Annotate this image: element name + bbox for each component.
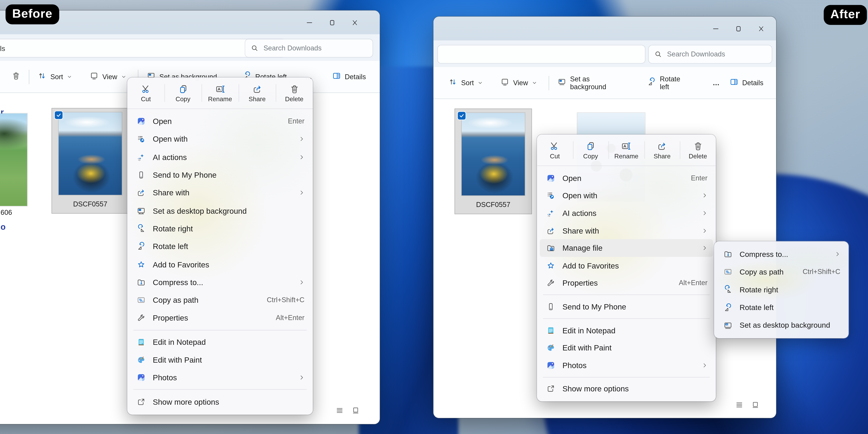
search-icon	[251, 44, 258, 52]
command-share-button[interactable]: Share	[239, 78, 276, 108]
thumbnail-view-icon[interactable]	[351, 406, 360, 417]
list-view-icon[interactable]	[735, 401, 743, 411]
menu-item-photos[interactable]: Photos	[540, 356, 713, 374]
menu-item-set-as-desktop-background[interactable]: Set as desktop background	[130, 202, 310, 220]
menu-item-photos[interactable]: Photos	[130, 369, 310, 387]
view-button[interactable]: View	[85, 61, 131, 92]
menu-item-copy-as-path[interactable]: Copy as pathCtrl+Shift+C	[130, 291, 310, 309]
photos-icon	[546, 174, 555, 183]
photos-icon	[546, 361, 555, 370]
address-row: ls Search Downloads	[0, 34, 380, 61]
view-button[interactable]: View	[495, 67, 542, 98]
chevron-right-icon	[299, 190, 304, 195]
menu-item-edit-in-notepad[interactable]: Edit in Notepad	[130, 333, 310, 351]
menu-item-add-to-favorites[interactable]: Add to Favorites	[130, 255, 310, 273]
command-bar: CutCopyRenameShareDelete	[537, 134, 716, 166]
screenshot-stage: Before After ls Search Downloads S	[0, 0, 868, 434]
showmore-icon	[546, 384, 555, 393]
command-share-button[interactable]: Share	[644, 134, 680, 165]
command-label: Rename	[614, 153, 639, 159]
menu-item-edit-with-paint[interactable]: Edit with Paint	[130, 351, 310, 369]
menu-item-copy-as-path[interactable]: Copy as pathCtrl+Shift+C	[717, 263, 846, 281]
rotate-left-icon	[647, 78, 656, 88]
menu-item-open[interactable]: OpenEnter	[130, 112, 310, 130]
set-as-background-button[interactable]: Set as background	[552, 67, 632, 98]
trash-icon	[289, 84, 299, 94]
menu-item-compress-to[interactable]: Compress to...	[717, 245, 846, 263]
menu-item-set-as-desktop-background[interactable]: Set as desktop background	[717, 317, 846, 334]
menu-item-edit-with-paint[interactable]: Edit with Paint	[540, 339, 713, 356]
command-copy-button[interactable]: Copy	[573, 134, 609, 165]
paint-icon	[546, 343, 555, 352]
menu-item-rotate-right[interactable]: Rotate right	[717, 281, 846, 299]
cut-icon	[141, 84, 151, 94]
menu-item-send-to-my-phone[interactable]: Send to My Phone	[540, 298, 713, 315]
menu-item-label: AI actions	[562, 209, 695, 218]
properties-icon	[137, 313, 146, 322]
search-box[interactable]: Search Downloads	[245, 39, 372, 57]
menu-item-open-with[interactable]: Open with	[130, 130, 310, 148]
search-box[interactable]: Search Downloads	[649, 45, 772, 63]
selection-checkbox[interactable]	[55, 111, 63, 119]
address-bar[interactable]	[438, 45, 645, 63]
openwith-icon	[546, 191, 555, 200]
address-row: Search Downloads	[433, 40, 776, 67]
menu-item-label: Send to My Phone	[153, 170, 304, 180]
menu-item-open[interactable]: OpenEnter	[540, 169, 713, 187]
menu-item-label: Send to My Phone	[562, 302, 707, 311]
rotate-left-button[interactable]: Rotate left	[642, 67, 696, 98]
details-label: Details	[345, 73, 366, 81]
command-cut-button[interactable]: Cut	[537, 134, 573, 165]
details-label: Details	[742, 79, 763, 87]
menu-item-manage-file[interactable]: Manage file	[540, 239, 713, 257]
menu-item-rotate-left[interactable]: Rotate left	[130, 238, 310, 255]
command-delete-button[interactable]: Delete	[276, 78, 313, 108]
sort-button[interactable]: Sort	[443, 67, 488, 98]
menu-item-list: OpenEnterOpen withAI actionsShare withMa…	[537, 166, 716, 401]
file-tile-golf[interactable]: 606	[0, 109, 28, 220]
file-tile-dscf0557[interactable]: DSCF0557	[455, 109, 532, 214]
menu-item-properties[interactable]: PropertiesAlt+Enter	[540, 274, 713, 292]
details-button[interactable]: Details	[724, 67, 768, 98]
close-button[interactable]	[757, 24, 765, 33]
see-more-button[interactable]: …	[708, 79, 724, 87]
menu-item-show-more-options[interactable]: Show more options	[130, 393, 310, 410]
delete-toolbar-button[interactable]	[6, 61, 25, 92]
menu-item-send-to-my-phone[interactable]: Send to My Phone	[130, 166, 310, 184]
thumbnail-view-icon[interactable]	[751, 401, 760, 411]
file-tile-dscf0557[interactable]: DSCF0557	[52, 108, 128, 213]
minimize-button[interactable]	[711, 24, 720, 33]
details-button[interactable]: Details	[327, 61, 371, 92]
maximize-button[interactable]	[328, 18, 336, 27]
menu-item-ai-actions[interactable]: AI actions	[540, 205, 713, 222]
address-bar[interactable]: ls	[0, 39, 285, 57]
menu-item-rotate-right[interactable]: Rotate right	[130, 220, 310, 238]
sort-button[interactable]: Sort	[33, 61, 77, 92]
menu-item-label: Rotate right	[153, 224, 304, 233]
menu-item-share-with[interactable]: Share with	[540, 222, 713, 239]
command-rename-button[interactable]: Rename	[609, 134, 644, 165]
menu-separator	[543, 318, 710, 319]
menu-item-share-with[interactable]: Share with	[130, 184, 310, 202]
menu-item-ai-actions[interactable]: AI actions	[130, 148, 310, 166]
menu-item-properties[interactable]: PropertiesAlt+Enter	[130, 309, 310, 327]
menu-item-rotate-left[interactable]: Rotate left	[717, 299, 846, 317]
chevron-right-icon	[299, 136, 304, 142]
menu-item-show-more-options[interactable]: Show more options	[540, 380, 713, 398]
menu-item-add-to-favorites[interactable]: Add to Favorites	[540, 257, 713, 274]
shortcut-label: Ctrl+Shift+C	[803, 268, 840, 276]
command-cut-button[interactable]: Cut	[127, 78, 164, 108]
close-button[interactable]	[350, 18, 359, 27]
minimize-button[interactable]	[305, 18, 313, 27]
selection-checkbox[interactable]	[458, 112, 466, 119]
menu-item-compress-to[interactable]: Compress to...	[130, 273, 310, 291]
chevron-right-icon	[835, 251, 840, 257]
command-rename-button[interactable]: Rename	[202, 78, 239, 108]
command-copy-button[interactable]: Copy	[164, 78, 202, 108]
titlebar[interactable]	[433, 17, 776, 40]
command-delete-button[interactable]: Delete	[680, 134, 716, 165]
maximize-button[interactable]	[734, 24, 742, 33]
menu-item-open-with[interactable]: Open with	[540, 187, 713, 205]
list-view-icon[interactable]	[336, 406, 344, 417]
menu-item-edit-in-notepad[interactable]: Edit in Notepad	[540, 321, 713, 339]
